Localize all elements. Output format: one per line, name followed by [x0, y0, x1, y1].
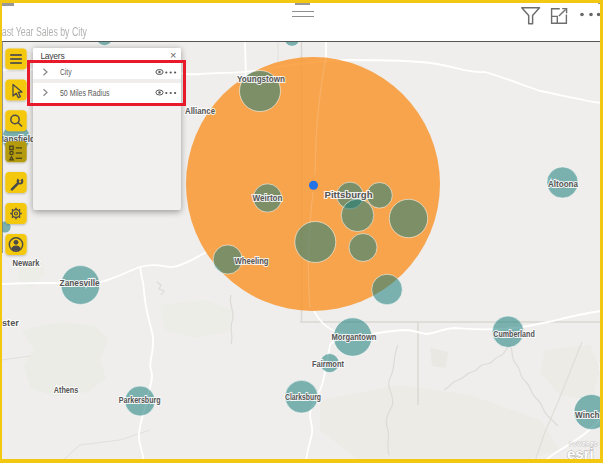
svg-text:Pittsburgh: Pittsburgh — [325, 190, 373, 200]
svg-text:Youngstown: Youngstown — [237, 74, 285, 84]
svg-text:Winchester: Winchester — [575, 410, 603, 420]
svg-text:Cumberland: Cumberland — [493, 329, 535, 339]
svg-text:ster: ster — [2, 318, 19, 328]
svg-text:Clarksburg: Clarksburg — [285, 392, 321, 402]
svg-text:Athens: Athens — [54, 385, 79, 395]
svg-text:Morgantown: Morgantown — [332, 332, 377, 342]
svg-text:Wheeling: Wheeling — [235, 256, 269, 266]
svg-text:Zanesville: Zanesville — [60, 278, 100, 288]
svg-text:Alliance: Alliance — [185, 106, 215, 116]
svg-text:Weirton: Weirton — [253, 193, 283, 203]
svg-text:Newark: Newark — [13, 258, 41, 268]
svg-text:Altoona: Altoona — [548, 179, 579, 189]
svg-text:Fairmont: Fairmont — [312, 359, 344, 369]
svg-text:Parkersburg: Parkersburg — [119, 395, 161, 405]
